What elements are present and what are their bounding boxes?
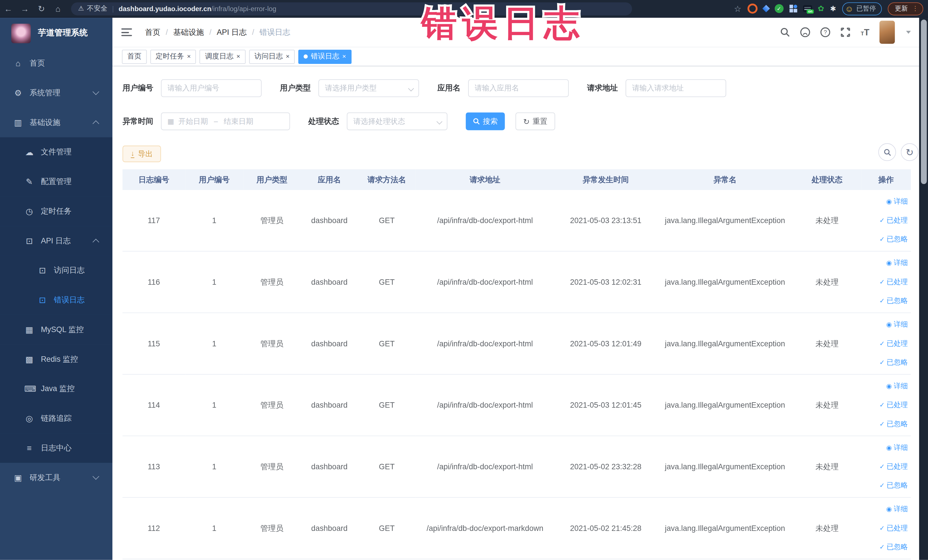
breadcrumb-item[interactable]: API 日志 [217, 27, 247, 37]
ignored-link[interactable]: ✓已忽略 [879, 476, 908, 495]
font-size-icon[interactable]: TT [861, 27, 869, 37]
processed-link[interactable]: ✓已处理 [879, 334, 908, 353]
url-path[interactable]: /infra/log/api-error-log [211, 5, 276, 12]
browser-back-icon[interactable]: ← [0, 4, 17, 13]
cell-actions: ◉详细✓已处理✓已忽略 [861, 374, 911, 436]
extension-green-icon[interactable]: ✓ [774, 4, 783, 13]
processed-link[interactable]: ✓已处理 [879, 211, 908, 230]
browser-forward-icon[interactable]: → [17, 4, 33, 13]
sidebar-item-system-manage[interactable]: ⚙系统管理 [0, 78, 112, 108]
cell-status: 未处理 [793, 374, 861, 436]
file-manage-icon: ☁ [24, 148, 34, 157]
ignored-link[interactable]: ✓已忽略 [879, 538, 908, 557]
reset-button[interactable]: ↻ 重置 [516, 112, 555, 130]
sidebar-item-file-manage[interactable]: ☁文件管理 [0, 137, 112, 167]
start-date-placeholder: 开始日期 [178, 116, 208, 127]
sidebar-item-infrastructure[interactable]: ▥基础设施 [0, 108, 112, 137]
extension-grid-icon[interactable] [789, 5, 797, 12]
sidebar-logo[interactable]: 芋道管理系统 [0, 18, 112, 49]
process-status-select[interactable]: 请选择处理状态 [347, 112, 447, 130]
breadcrumb-item[interactable]: 首页 [145, 27, 160, 37]
extension-switch-icon[interactable]: on [803, 5, 812, 12]
eye-icon: ◉ [886, 198, 892, 205]
detail-link[interactable]: ◉详细 [886, 253, 908, 272]
view-tab[interactable]: 首页 [122, 49, 147, 64]
sidebar: 芋道管理系统 ⌂首页⚙系统管理▥基础设施☁文件管理✎配置管理◷定时任务⊡API … [0, 18, 112, 560]
sidebar-item-redis-monitor[interactable]: ▩Redis 监控 [0, 344, 112, 374]
processed-link[interactable]: ✓已处理 [879, 519, 908, 537]
processed-link[interactable]: ✓已处理 [879, 457, 908, 476]
processed-link[interactable]: ✓已处理 [879, 272, 908, 291]
fullscreen-icon[interactable] [841, 27, 851, 37]
extension-leaf-icon[interactable]: ✿ [818, 4, 824, 13]
user-id-input[interactable]: 请输入用户编号 [161, 79, 262, 97]
github-icon[interactable] [800, 27, 810, 37]
detail-link[interactable]: ◉详细 [886, 438, 908, 457]
profile-paused-badge[interactable]: ☺ 已暂停 [842, 2, 882, 15]
breadcrumb-item[interactable]: 基础设施 [173, 27, 204, 37]
scrollbar-thumb[interactable] [920, 20, 926, 184]
table-row: 1141管理员dashboardGET/api/infra/db-doc/exp… [122, 374, 911, 436]
export-button[interactable]: ↓ 导出 [122, 145, 161, 162]
request-url-input[interactable]: 请输入请求地址 [626, 79, 726, 97]
sidebar-item-trace[interactable]: ◎链路追踪 [0, 404, 112, 433]
user-type-select[interactable]: 请选择用户类型 [318, 79, 419, 97]
exception-time-range-picker[interactable]: ▦ 开始日期 – 结束日期 [161, 112, 290, 130]
ignored-link[interactable]: ✓已忽略 [879, 291, 908, 310]
extension-orange-icon[interactable] [748, 3, 757, 14]
sidebar-item-cron-job[interactable]: ◷定时任务 [0, 197, 112, 226]
ignored-link[interactable]: ✓已忽略 [879, 353, 908, 372]
view-tab[interactable]: 访问日志× [249, 49, 295, 64]
view-tab[interactable]: 调度日志× [200, 49, 246, 64]
extension-blue-icon[interactable] [762, 5, 770, 12]
detail-link[interactable]: ◉详细 [886, 377, 908, 395]
user-avatar[interactable] [879, 21, 895, 44]
processed-link[interactable]: ✓已处理 [879, 396, 908, 415]
ignored-link[interactable]: ✓已忽略 [879, 230, 908, 249]
view-tab[interactable]: 定时任务× [150, 49, 196, 64]
check-icon: ✓ [879, 543, 885, 551]
sidebar-item-home[interactable]: ⌂首页 [0, 49, 112, 78]
log-center-icon: ≡ [24, 443, 34, 453]
detail-link[interactable]: ◉详细 [886, 500, 908, 519]
browser-update-button[interactable]: 更新 ⋮ [888, 2, 923, 15]
cell-actions: ◉详细✓已处理✓已忽略 [861, 190, 911, 251]
sidebar-item-access-log[interactable]: ⊡访问日志 [0, 256, 112, 285]
close-icon[interactable]: × [237, 53, 240, 60]
close-icon[interactable]: × [342, 53, 346, 60]
search-icon[interactable] [780, 27, 790, 37]
sidebar-item-error-log[interactable]: ⊡错误日志 [0, 285, 112, 315]
help-icon[interactable]: ? [820, 27, 830, 37]
browser-reload-icon[interactable]: ↻ [33, 4, 50, 13]
cell-method: GET [358, 374, 415, 436]
sidebar-item-api-log[interactable]: ⊡API 日志 [0, 226, 112, 256]
extensions-puzzle-icon[interactable]: ✱ [830, 5, 836, 13]
browser-menu-icon[interactable]: ⋮ [912, 5, 919, 12]
sidebar-collapse-icon[interactable] [121, 29, 132, 36]
search-button[interactable]: 搜索 [466, 112, 505, 130]
url-host[interactable]: dashboard.yudao.iocoder.cn [119, 5, 211, 12]
security-warning-icon[interactable]: ⚠ [78, 5, 84, 12]
address-bar[interactable]: ⚠ 不安全 | dashboard.yudao.iocoder.cn/infra… [71, 2, 632, 15]
browser-home-icon[interactable]: ⌂ [50, 4, 66, 13]
sidebar-item-dev-tools[interactable]: ▣研发工具 [0, 463, 112, 492]
check-icon: ✓ [879, 401, 885, 409]
detail-link[interactable]: ◉详细 [886, 192, 908, 211]
close-icon[interactable]: × [187, 53, 191, 60]
page-scrollbar[interactable] [919, 18, 928, 560]
toggle-search-button[interactable] [878, 143, 896, 161]
app-name-input[interactable]: 请输入应用名 [468, 79, 569, 97]
avatar-dropdown-caret-icon[interactable] [906, 31, 911, 34]
breadcrumb-separator: / [252, 28, 254, 37]
detail-link[interactable]: ◉详细 [886, 315, 908, 334]
view-tab[interactable]: 错误日志× [298, 49, 351, 64]
refresh-table-button[interactable]: ↻ [901, 143, 919, 161]
sidebar-item-log-center[interactable]: ≡日志中心 [0, 433, 112, 463]
ignored-link[interactable]: ✓已忽略 [879, 415, 908, 433]
sidebar-item-config-manage[interactable]: ✎配置管理 [0, 167, 112, 197]
sidebar-item-java-monitor[interactable]: ⌨Java 监控 [0, 374, 112, 404]
security-label[interactable]: 不安全 [87, 4, 108, 13]
close-icon[interactable]: × [286, 53, 290, 60]
bookmark-star-icon[interactable]: ☆ [734, 4, 742, 13]
sidebar-item-mysql-monitor[interactable]: ▦MySQL 监控 [0, 315, 112, 345]
